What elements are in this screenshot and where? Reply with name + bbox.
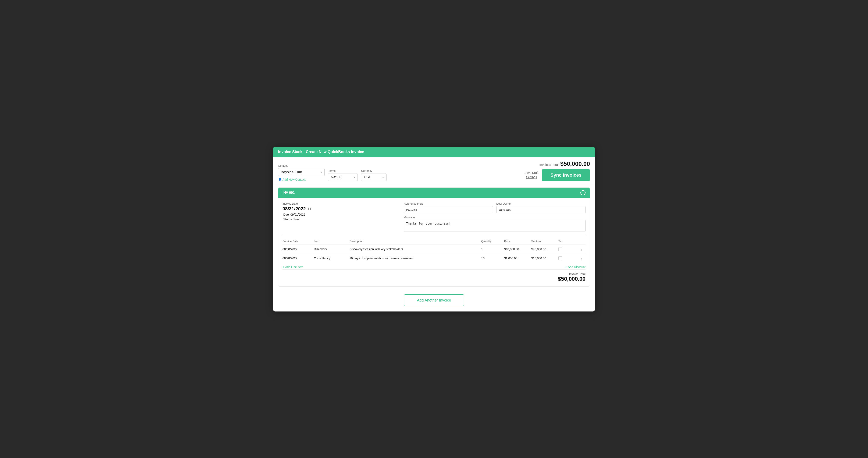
terms-chevron-icon: ▾ [353, 176, 355, 179]
due-label: Due [283, 213, 289, 216]
contact-field-group: Contact Bayside Club ▾ [278, 164, 324, 176]
li2-quantity: 10 [481, 257, 502, 260]
invoice-id: INV-001 [282, 191, 295, 195]
currency-field-group: Currency USD ▾ [361, 169, 386, 181]
invoice-date-value: 08/31/2022 ▮▮ [282, 206, 404, 211]
add-discount-plus-icon: + [565, 265, 567, 269]
invoices-total-row: Invoices Total $50,000.00 [539, 161, 590, 167]
settings-label: Settings [525, 175, 538, 179]
deal-owner-label: Deal Owner [496, 202, 586, 205]
li1-item: Discovery [314, 248, 348, 251]
col-service-date: Service Date [282, 239, 312, 243]
col-description: Description [349, 239, 479, 243]
col-actions [577, 239, 586, 243]
reference-field: Reference Field [404, 202, 493, 213]
li1-price: $40,000.00 [504, 248, 530, 251]
invoice-meta-right: Reference Field Deal Owner Message [404, 202, 586, 232]
invoice-total-label: Invoice Total [569, 272, 586, 276]
invoice-total-value: $50,000.00 [558, 276, 586, 282]
invoice-date: 08/31/2022 [282, 206, 306, 211]
li2-tax-checkbox[interactable] [558, 256, 562, 260]
calendar-icon[interactable]: ▮▮ [308, 207, 311, 211]
col-item: Item [314, 239, 348, 243]
add-line-item-plus-icon: + [282, 265, 284, 269]
invoices-total-label: Invoices Total [539, 163, 559, 167]
status-value: Sent [293, 218, 300, 221]
sync-invoices-button[interactable]: Sync Invoices [542, 169, 590, 181]
contact-chevron-icon: ▾ [320, 170, 322, 174]
add-another-section: Add Another Invoice [273, 290, 595, 312]
save-draft-settings[interactable]: Save Draft Settings [525, 171, 538, 179]
terms-value: Net 30 [331, 175, 352, 179]
col-subtotal: Subtotal [531, 239, 557, 243]
li1-description: Discovery Session with key stakeholders [349, 248, 479, 251]
top-bar-actions: Save Draft Settings Sync Invoices [525, 169, 590, 181]
app-header: Invoice Stack - Create New QuickBooks In… [273, 147, 595, 157]
li1-quantity: 1 [481, 248, 502, 251]
line-items-section: Service Date Item Description Quantity P… [282, 235, 586, 282]
top-bar-right: Invoices Total $50,000.00 Save Draft Set… [525, 161, 590, 181]
currency-label: Currency [361, 169, 386, 172]
invoices-total-value: $50,000.00 [560, 161, 590, 167]
add-contact-icon: 👤 [278, 178, 282, 181]
invoice-header: INV-001 i [278, 188, 590, 198]
add-new-contact-link[interactable]: 👤 Add New Contact [278, 178, 324, 181]
invoice-body: Invoice Date 08/31/2022 ▮▮ Due 09/01/202… [278, 198, 590, 286]
invoice-total-section: Invoice Total $50,000.00 [282, 269, 586, 282]
line-item-row: 08/30/2022 Discovery Discovery Session w… [282, 245, 586, 254]
add-discount-label: Add Discount [568, 265, 586, 269]
info-icon[interactable]: i [581, 190, 586, 195]
app-title: Invoice Stack - Create New QuickBooks In… [278, 150, 364, 154]
add-line-item-label: Add Line Item [285, 265, 303, 269]
deal-owner-field: Deal Owner [496, 202, 586, 213]
li2-price: $1,000.00 [504, 257, 530, 260]
li1-subtotal: $40,000.00 [531, 248, 557, 251]
li2-more-icon[interactable]: ⋮ [577, 256, 586, 261]
line-items-footer: + Add Line Item + Add Discount [282, 263, 586, 269]
invoice-date-label: Invoice Date [282, 202, 404, 205]
invoice-section: INV-001 i Invoice Date 08/31/2022 ▮▮ Due… [278, 188, 590, 287]
invoice-due-row: Due 09/01/2022 [282, 213, 404, 216]
li1-more-icon[interactable]: ⋮ [577, 247, 586, 252]
status-label: Status [283, 218, 292, 221]
currency-value: USD [364, 175, 381, 179]
contact-value: Bayside Club [281, 170, 319, 174]
terms-field-group: Terms Net 30 ▾ [328, 169, 358, 181]
invoice-meta: Invoice Date 08/31/2022 ▮▮ Due 09/01/202… [282, 202, 586, 232]
add-another-invoice-button[interactable]: Add Another Invoice [404, 294, 464, 306]
contact-label: Contact [278, 164, 324, 167]
col-tax: Tax [558, 239, 575, 243]
add-discount-button[interactable]: + Add Discount [565, 265, 586, 269]
reference-input[interactable] [404, 206, 493, 213]
message-textarea[interactable] [404, 220, 586, 232]
currency-select[interactable]: USD ▾ [361, 173, 386, 181]
contact-select[interactable]: Bayside Club ▾ [278, 168, 324, 176]
line-items-header: Service Date Item Description Quantity P… [282, 238, 586, 245]
app-window: Invoice Stack - Create New QuickBooks In… [273, 147, 595, 312]
col-price: Price [504, 239, 530, 243]
line-item-row: 08/28/2022 Consultancy 10 days of implem… [282, 254, 586, 263]
terms-select[interactable]: Net 30 ▾ [328, 173, 358, 181]
add-contact-label: Add New Contact [282, 178, 306, 181]
li2-item: Consultancy [314, 257, 348, 260]
li1-tax-checkbox[interactable] [558, 247, 562, 251]
reference-label: Reference Field [404, 202, 493, 205]
terms-label: Terms [328, 169, 358, 172]
top-bar: Contact Bayside Club ▾ 👤 Add New Contact… [273, 157, 595, 184]
due-value: 09/01/2022 [290, 213, 305, 216]
li1-service-date: 08/30/2022 [282, 248, 312, 251]
invoice-meta-left: Invoice Date 08/31/2022 ▮▮ Due 09/01/202… [282, 202, 404, 232]
invoice-status-row: Status Sent [282, 218, 404, 221]
deal-owner-input[interactable] [496, 206, 586, 213]
add-line-item-button[interactable]: + Add Line Item [282, 265, 304, 269]
message-field: Message [404, 216, 586, 232]
message-label: Message [404, 216, 586, 219]
col-quantity: Quantity [481, 239, 502, 243]
currency-chevron-icon: ▾ [382, 176, 384, 179]
li2-description: 10 days of implementation with senior co… [349, 257, 479, 260]
li2-subtotal: $10,000.00 [531, 257, 557, 260]
li2-service-date: 08/28/2022 [282, 257, 312, 260]
save-draft-label: Save Draft [525, 171, 538, 175]
